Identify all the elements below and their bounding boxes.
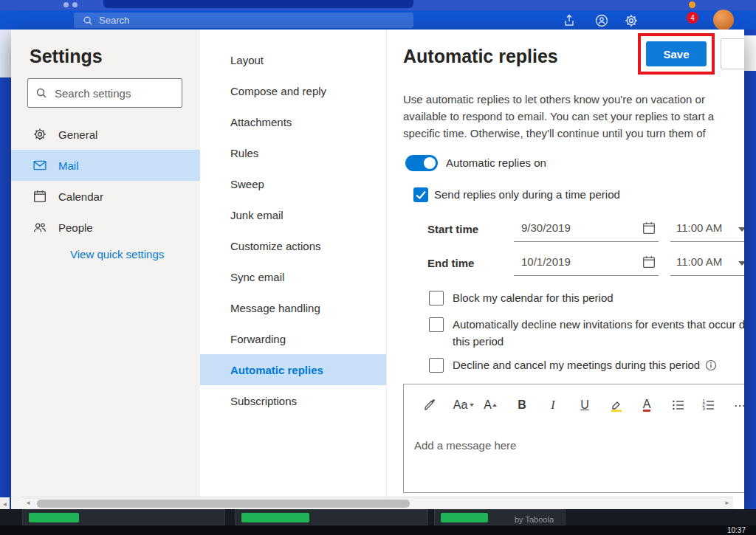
start-time-label: Start time bbox=[427, 223, 478, 235]
badge-chip bbox=[441, 513, 488, 522]
mail-nav-forwarding[interactable]: Forwarding bbox=[200, 323, 386, 354]
more-options-label: ⋯ bbox=[734, 398, 744, 413]
browser-address-bar[interactable] bbox=[103, 0, 413, 8]
settings-sidebar: Settings General Mail bbox=[11, 30, 200, 509]
mail-nav-layout[interactable]: Layout bbox=[200, 44, 386, 75]
start-date-value: 9/30/2019 bbox=[521, 221, 571, 234]
mail-nav-message-handling[interactable]: Message handling bbox=[200, 292, 386, 323]
sidebar-item-label: Mail bbox=[58, 159, 79, 172]
view-quick-settings-link[interactable]: View quick settings bbox=[70, 248, 164, 260]
chevron-down-icon bbox=[738, 227, 744, 232]
settings-title: Settings bbox=[30, 46, 103, 67]
notification-badge: 4 bbox=[687, 12, 698, 24]
time-period-checkbox[interactable] bbox=[413, 187, 428, 202]
font-size-button[interactable]: A bbox=[481, 396, 499, 414]
sidebar-item-general[interactable]: General bbox=[11, 119, 200, 150]
info-icon[interactable] bbox=[705, 359, 717, 371]
person-circle-icon[interactable] bbox=[595, 14, 608, 27]
block-calendar-checkbox[interactable] bbox=[429, 291, 444, 306]
article-thumbnail bbox=[22, 509, 225, 525]
font-menu-button[interactable]: Aa bbox=[452, 396, 475, 414]
bold-label: B bbox=[518, 398, 526, 412]
calendar-icon bbox=[33, 190, 47, 203]
end-time-label: End time bbox=[427, 257, 474, 269]
start-date-field[interactable]: 9/30/2019 bbox=[514, 215, 659, 242]
mail-nav-rules[interactable]: Rules bbox=[200, 137, 386, 168]
toggle-label: Automatic replies on bbox=[446, 156, 546, 169]
people-icon bbox=[33, 221, 47, 234]
scroll-right-icon[interactable]: ► bbox=[724, 500, 730, 506]
gear-icon bbox=[33, 128, 47, 141]
italic-button[interactable]: I bbox=[544, 396, 562, 414]
svg-text:3: 3 bbox=[702, 406, 705, 411]
settings-search-box[interactable] bbox=[27, 78, 182, 108]
highlighter-icon[interactable] bbox=[608, 396, 625, 414]
background-page-strip: by Taboola bbox=[0, 509, 756, 525]
description-line: Use automatic replies to let others know… bbox=[403, 92, 744, 108]
decline-new-invitations-label-line2: this period bbox=[453, 335, 504, 348]
mail-nav-sync-email[interactable]: Sync email bbox=[200, 261, 386, 292]
browser-icon[interactable] bbox=[63, 2, 69, 7]
end-time-value: 11:00 AM bbox=[676, 255, 722, 268]
browser-chrome bbox=[0, 0, 756, 10]
sidebar-item-calendar[interactable]: Calendar bbox=[11, 181, 200, 212]
end-date-field[interactable]: 10/1/2019 bbox=[514, 249, 659, 276]
start-time-value: 11:00 AM bbox=[676, 221, 722, 234]
start-time-field[interactable]: 11:00 AM bbox=[670, 215, 744, 242]
description-line: available to respond to email. You can s… bbox=[403, 108, 744, 125]
discard-button[interactable] bbox=[721, 38, 744, 69]
browser-icon[interactable] bbox=[72, 2, 78, 7]
font-color-button[interactable]: A bbox=[638, 396, 656, 414]
font-size-label: A bbox=[484, 398, 492, 412]
mail-nav-automatic-replies[interactable]: Automatic replies bbox=[200, 354, 386, 385]
badge-chip bbox=[29, 513, 79, 522]
decline-new-invitations-label: Automatically decline new invitations fo… bbox=[453, 318, 744, 331]
taboola-attribution: by Taboola bbox=[515, 515, 554, 524]
numbered-list-icon[interactable]: 123 bbox=[700, 396, 718, 414]
scroll-left-icon[interactable]: ◄ bbox=[25, 500, 31, 506]
horizontal-scrollbar[interactable]: ◄ ► bbox=[22, 497, 733, 509]
chevron-down-icon bbox=[738, 261, 744, 266]
mail-nav-sweep[interactable]: Sweep bbox=[200, 168, 386, 199]
mail-nav-subscriptions[interactable]: Subscriptions bbox=[200, 385, 386, 416]
mail-nav-junk-email[interactable]: Junk email bbox=[200, 199, 386, 230]
toggle-knob bbox=[424, 157, 436, 169]
save-button[interactable]: Save bbox=[646, 41, 707, 66]
mail-nav-attachments[interactable]: Attachments bbox=[200, 106, 386, 137]
outlook-search-bar[interactable]: Search bbox=[74, 13, 413, 28]
annotation-highlight-box: Save bbox=[638, 33, 715, 75]
font-menu-label: Aa bbox=[453, 398, 468, 412]
automatic-replies-panel: Automatic replies Save Use automatic rep… bbox=[386, 30, 744, 509]
notification-dot-icon bbox=[689, 1, 695, 8]
outlook-search-placeholder: Search bbox=[99, 15, 129, 26]
chevron-down-icon bbox=[470, 404, 474, 407]
calendar-icon[interactable] bbox=[642, 221, 656, 235]
sidebar-item-people[interactable]: People bbox=[11, 212, 200, 243]
italic-label: I bbox=[551, 398, 554, 412]
underline-button[interactable]: U bbox=[576, 396, 594, 414]
decline-cancel-meetings-text: Decline and cancel my meetings during th… bbox=[453, 359, 700, 371]
avatar[interactable] bbox=[713, 10, 734, 30]
end-time-field[interactable]: 11:00 AM bbox=[670, 249, 744, 276]
mail-nav-customize-actions[interactable]: Customize actions bbox=[200, 230, 386, 261]
settings-dialog: Settings General Mail bbox=[11, 30, 744, 509]
bold-button[interactable]: B bbox=[513, 396, 531, 414]
settings-search-input[interactable] bbox=[53, 86, 174, 100]
share-icon[interactable] bbox=[563, 14, 576, 27]
mail-nav-compose-and-reply[interactable]: Compose and reply bbox=[200, 75, 386, 106]
reply-message-editor[interactable]: Aa A B I U A 123 ⋯ Add a mes bbox=[403, 384, 744, 493]
calendar-icon[interactable] bbox=[642, 255, 656, 269]
automatic-replies-toggle[interactable] bbox=[405, 155, 438, 171]
end-date-value: 10/1/2019 bbox=[521, 255, 571, 268]
decline-cancel-meetings-checkbox[interactable] bbox=[429, 358, 444, 373]
decline-new-invitations-checkbox[interactable] bbox=[429, 317, 444, 332]
scrollbar-thumb[interactable] bbox=[37, 500, 410, 508]
format-painter-icon[interactable] bbox=[421, 396, 439, 414]
search-icon bbox=[35, 87, 47, 99]
more-options-button[interactable]: ⋯ bbox=[731, 396, 744, 414]
sidebar-item-label: Calendar bbox=[58, 190, 103, 203]
sidebar-item-mail[interactable]: Mail bbox=[11, 150, 200, 181]
bullet-list-icon[interactable] bbox=[670, 396, 687, 414]
gear-icon[interactable] bbox=[625, 14, 638, 27]
taskbar-clock: 10:37 bbox=[727, 526, 746, 534]
